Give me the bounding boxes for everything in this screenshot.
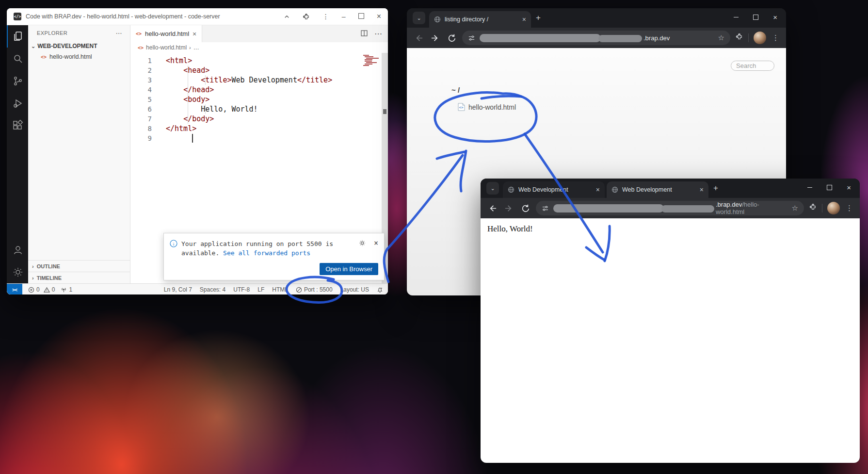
maximize-button[interactable] xyxy=(827,185,832,190)
code-line: 4 </head> xyxy=(130,85,388,95)
explorer-icon[interactable] xyxy=(7,25,28,48)
bookmark-star-icon[interactable]: ☆ xyxy=(718,33,724,42)
scrollbar-thumb[interactable] xyxy=(383,109,386,114)
editor-tabbar: <> hello-world.html × ⋯ xyxy=(130,25,388,42)
extensions-puzzle-icon[interactable] xyxy=(303,13,310,20)
cursor-position-status[interactable]: Ln 9, Col 7 xyxy=(164,286,192,293)
file-link-hello-world[interactable]: <> hello-world.html xyxy=(458,103,516,111)
url-domain: .brap.dev/hello-world.html xyxy=(716,201,788,215)
tab-web-development-1[interactable]: Web Development × xyxy=(503,181,605,198)
tab-close-icon[interactable]: × xyxy=(700,186,704,194)
eol-status[interactable]: LF xyxy=(257,286,264,293)
tab-close-icon[interactable]: × xyxy=(596,186,600,194)
html-file-icon: <> xyxy=(41,54,47,60)
split-editor-icon[interactable] xyxy=(361,30,368,38)
keyboard-layout-status[interactable]: Layout: US xyxy=(340,286,369,293)
browser-window-hello-world: ⌄ Web Development × Web Development × + … xyxy=(481,179,860,463)
site-settings-icon[interactable] xyxy=(468,34,475,42)
search-input[interactable] xyxy=(731,61,774,71)
encoding-status[interactable]: UTF-8 xyxy=(233,286,250,293)
maximize-button[interactable] xyxy=(753,15,758,20)
tab-strip: ⌄ Web Development × Web Development × + … xyxy=(481,179,860,198)
indent-guide xyxy=(205,75,206,85)
close-button[interactable]: × xyxy=(847,184,851,191)
profile-avatar[interactable] xyxy=(827,202,840,214)
tab-search-chevron-icon[interactable]: ⌄ xyxy=(413,12,425,24)
outline-section[interactable]: › OUTLINE xyxy=(28,260,130,272)
folder-web-development[interactable]: ⌄ WEB-DEVELOPMENT xyxy=(28,41,130,51)
vscode-window: </> Code with BRAP.dev - hello-world.htm… xyxy=(7,8,388,294)
text-cursor xyxy=(192,134,193,143)
language-mode-status[interactable]: HTML xyxy=(272,286,288,293)
browser-toolbar: .brap.dev ☆ ⋮ xyxy=(407,28,786,48)
extensions-puzzle-icon[interactable] xyxy=(735,33,743,43)
notification-settings-gear-icon[interactable] xyxy=(359,239,366,249)
accounts-icon[interactable] xyxy=(7,239,28,261)
bookmark-star-icon[interactable]: ☆ xyxy=(792,204,798,212)
minimize-button[interactable] xyxy=(734,17,739,18)
tab-search-chevron-icon[interactable]: ⌄ xyxy=(486,182,499,195)
tab-hello-world[interactable]: <> hello-world.html × xyxy=(130,25,202,42)
site-settings-icon[interactable] xyxy=(542,205,549,212)
notifications-bell-icon[interactable] xyxy=(377,287,383,293)
forward-button[interactable] xyxy=(429,32,441,44)
explorer-actions-icon[interactable]: ⋯ xyxy=(116,30,122,37)
back-button[interactable] xyxy=(486,202,498,214)
kebab-menu-icon[interactable]: ⋮ xyxy=(322,13,329,20)
address-bar[interactable]: .brap.dev/hello-world.html ☆ xyxy=(536,201,804,215)
editor-more-actions-icon[interactable]: ⋯ xyxy=(374,29,382,38)
port-status[interactable]: Port : 5500 xyxy=(296,286,333,293)
code-line: 2 <head> xyxy=(130,65,388,75)
indent-guide xyxy=(188,65,188,124)
browser-menu-icon[interactable]: ⋮ xyxy=(771,33,780,42)
code-editor[interactable]: 1<html>2 <head>3 <title>Web Development<… xyxy=(130,53,388,283)
chevron-up-icon[interactable] xyxy=(284,14,290,20)
new-tab-button[interactable]: + xyxy=(713,184,718,192)
indentation-status[interactable]: Spaces: 4 xyxy=(200,286,225,293)
forward-button[interactable] xyxy=(503,202,514,214)
new-tab-button[interactable]: + xyxy=(536,14,541,22)
tab-web-development-2[interactable]: Web Development × xyxy=(607,181,708,198)
source-control-icon[interactable] xyxy=(7,70,28,92)
url-domain: .brap.dev xyxy=(643,34,670,42)
tab-listing-directory[interactable]: listing directory / × xyxy=(429,11,531,28)
minimize-button[interactable] xyxy=(807,187,812,188)
html-file-icon: <> xyxy=(136,31,142,36)
ports-status[interactable]: 1 xyxy=(61,286,72,293)
extensions-puzzle-icon[interactable] xyxy=(809,203,817,213)
open-in-browser-button[interactable]: Open in Browser xyxy=(320,263,378,275)
close-button[interactable]: × xyxy=(773,14,777,21)
reload-button[interactable] xyxy=(446,32,457,44)
minimap xyxy=(363,54,380,66)
notification-close-icon[interactable]: × xyxy=(374,238,378,248)
chevron-right-icon: › xyxy=(32,275,34,281)
browser-menu-icon[interactable]: ⋮ xyxy=(845,204,854,212)
back-button[interactable] xyxy=(413,32,424,44)
maximize-button[interactable] xyxy=(358,13,364,20)
forwarded-ports-link[interactable]: See all forwarded ports xyxy=(223,249,310,257)
minimize-button[interactable]: – xyxy=(342,13,346,20)
problems-status[interactable]: 0 0 xyxy=(28,286,55,293)
file-hello-world[interactable]: <> hello-world.html xyxy=(28,51,130,62)
timeline-section[interactable]: › TIMELINE xyxy=(28,272,130,283)
info-icon: i xyxy=(170,240,177,258)
code-line: 6 Hello, World! xyxy=(130,104,388,114)
extensions-icon[interactable] xyxy=(7,114,28,137)
html-doc-icon: <> xyxy=(458,103,465,111)
breadcrumb[interactable]: <> hello-world.html › … xyxy=(130,42,388,53)
browser-toolbar: .brap.dev/hello-world.html ☆ ⋮ xyxy=(481,198,860,218)
close-button[interactable]: × xyxy=(377,13,381,20)
run-debug-icon[interactable] xyxy=(7,92,28,114)
address-bar[interactable]: .brap.dev ☆ xyxy=(462,31,730,45)
reload-button[interactable] xyxy=(519,202,531,214)
profile-avatar[interactable] xyxy=(754,32,766,44)
redacted-url-blur xyxy=(480,34,601,42)
tab-close-icon[interactable]: × xyxy=(522,16,526,23)
remote-indicator[interactable]: >< xyxy=(7,284,22,294)
tab-close-icon[interactable]: × xyxy=(193,30,196,38)
svg-text:i: i xyxy=(173,242,175,246)
explorer-header: EXPLORER xyxy=(37,30,67,36)
search-icon[interactable] xyxy=(7,48,28,70)
globe-icon xyxy=(508,186,514,193)
settings-gear-icon[interactable] xyxy=(7,261,28,283)
